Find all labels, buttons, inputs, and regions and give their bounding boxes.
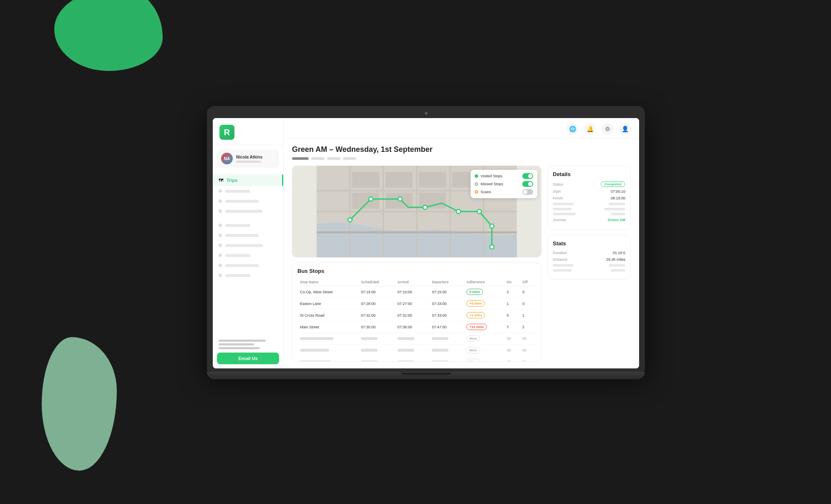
- sidebar: R NA Nicola Atkins 🗺 Trips: [213, 118, 284, 368]
- breadcrumb-tab-active[interactable]: [292, 157, 309, 160]
- page-title: Green AM – Wednesday, 1st September: [292, 145, 631, 154]
- journey-label: Journey: [553, 218, 566, 222]
- finish-label: Finish: [553, 196, 563, 200]
- stats-card: Stats Duration 01:15:0 Distance 29.35 mi…: [547, 235, 631, 280]
- camera-dot: [425, 112, 428, 115]
- stop-arrival: 07:36:00: [395, 321, 430, 333]
- laptop-wrapper: R NA Nicola Atkins 🗺 Trips: [165, 89, 666, 415]
- breadcrumb-tab-3[interactable]: [327, 157, 340, 160]
- user-info: Nicola Atkins: [236, 155, 275, 163]
- nav-bar: [225, 274, 250, 277]
- distance-label: Distance: [553, 257, 567, 262]
- nav-bar: [225, 234, 259, 237]
- detail-journey-row: Journey Green AM: [553, 218, 625, 222]
- decorative-blob-bottom: [42, 337, 117, 471]
- sidebar-footer: Email Us: [213, 335, 283, 368]
- col-on: On: [504, 278, 520, 286]
- detail-placeholder-row: [553, 208, 625, 210]
- nav-section: 🗺 Trips: [213, 172, 283, 283]
- stop-on: 7: [504, 321, 520, 333]
- legend-scans: Scans: [475, 189, 533, 195]
- svg-point-17: [348, 218, 352, 222]
- user-icon[interactable]: 👤: [619, 123, 631, 135]
- svg-rect-13: [419, 172, 446, 188]
- left-panel: Visited Stops Missed Stops: [292, 166, 541, 362]
- nav-dot: [219, 254, 222, 257]
- footer-lines: [217, 340, 279, 349]
- breadcrumb-tab-4[interactable]: [343, 157, 356, 160]
- visited-stops-toggle[interactable]: [522, 173, 533, 179]
- sidebar-item-7[interactable]: [213, 250, 283, 260]
- table-row: Main Street 07:35:00 07:36:00 07:47:00 +…: [297, 321, 536, 333]
- footer-line: [219, 347, 260, 349]
- app-logo: R: [219, 125, 234, 140]
- globe-icon[interactable]: 🌐: [567, 123, 578, 135]
- top-bar-icons: 🌐 🔔 ⚙ 👤: [567, 123, 631, 135]
- stop-arrival: 07:27:00: [395, 298, 430, 310]
- bell-icon[interactable]: 🔔: [584, 123, 596, 135]
- scans-toggle[interactable]: [522, 189, 533, 195]
- nav-dot: [219, 274, 222, 277]
- missed-stops-toggle[interactable]: [522, 181, 533, 187]
- stop-departure: 07:33:00: [429, 310, 464, 321]
- stop-name: Easton Lane: [297, 298, 358, 310]
- scans-label: Scans: [481, 190, 491, 194]
- table-row: Easton Lane 07:28:00 07:27:00 07:33:00 +…: [297, 298, 536, 310]
- col-arrival: Arrival: [395, 278, 430, 286]
- legend-missed-stops: Missed Stops: [475, 181, 533, 187]
- nav-bar: [225, 200, 259, 203]
- svg-point-18: [369, 197, 373, 201]
- col-adherence: Adherence: [464, 278, 504, 286]
- sidebar-item-8[interactable]: [213, 260, 283, 270]
- trips-icon: 🗺: [219, 178, 223, 183]
- stop-scheduled: 07:32:00: [358, 310, 395, 321]
- nav-dot: [219, 234, 222, 237]
- table-container: Stop Name Scheduled Arrival Departure Ad…: [297, 278, 536, 362]
- sidebar-item-9[interactable]: [213, 270, 283, 280]
- right-panel: Details Status Completed Start 07:00:10: [547, 166, 631, 362]
- top-bar: 🌐 🔔 ⚙ 👤: [284, 118, 639, 139]
- details-card: Details Status Completed Start 07:00:10: [547, 166, 631, 230]
- status-badge: Completed: [601, 181, 625, 187]
- nav-dot: [219, 189, 222, 193]
- stop-scheduled: 07:35:00: [358, 321, 395, 333]
- scans-dot: [475, 190, 478, 194]
- nav-dot: [219, 199, 222, 203]
- duration-value: 01:15:0: [613, 251, 625, 255]
- laptop-base: [207, 372, 645, 379]
- stop-on: 5: [504, 310, 520, 321]
- sidebar-item-6[interactable]: [213, 240, 283, 250]
- settings-icon[interactable]: ⚙: [602, 123, 613, 135]
- sidebar-item-4[interactable]: [213, 220, 283, 230]
- sidebar-item-5[interactable]: [213, 230, 283, 240]
- nav-dot: [219, 264, 222, 267]
- sidebar-item-2[interactable]: [213, 196, 283, 206]
- sidebar-item-1[interactable]: [213, 186, 283, 196]
- avatar: NA: [221, 153, 233, 164]
- table-row-placeholder: Mins: [297, 333, 536, 345]
- stop-adherence: +1 mins: [464, 310, 504, 321]
- stop-scheduled: 07:15:00: [358, 286, 395, 298]
- sidebar-item-3[interactable]: [213, 206, 283, 216]
- stop-arrival: 07:10:00: [395, 286, 430, 298]
- map-legend: Visited Stops Missed Stops: [471, 170, 537, 198]
- finish-value: 08:15:00: [611, 196, 625, 200]
- svg-point-24: [490, 245, 494, 249]
- breadcrumb-tabs: [292, 157, 631, 160]
- user-card[interactable]: NA Nicola Atkins: [217, 149, 279, 168]
- detail-start-row: Start 07:00:10: [553, 189, 625, 194]
- stop-adherence: +5 mins: [464, 298, 504, 310]
- detail-placeholder-row: [553, 213, 625, 215]
- laptop-screen-outer: R NA Nicola Atkins 🗺 Trips: [207, 106, 645, 372]
- sidebar-item-trips[interactable]: 🗺 Trips: [213, 174, 283, 186]
- email-us-button[interactable]: Email Us: [217, 353, 279, 364]
- stop-off: 0: [520, 286, 536, 298]
- bus-stops-card: Bus Stops Stop Name Scheduled Arri: [292, 262, 541, 362]
- breadcrumb-tab-2[interactable]: [311, 157, 325, 160]
- sidebar-item-trips-label: Trips: [227, 178, 237, 183]
- stats-title: Stats: [553, 240, 625, 247]
- svg-point-20: [423, 205, 427, 209]
- svg-rect-9: [352, 172, 379, 188]
- stop-name: Co-Op, West Street: [297, 286, 358, 298]
- laptop-frame: R NA Nicola Atkins 🗺 Trips: [207, 106, 645, 415]
